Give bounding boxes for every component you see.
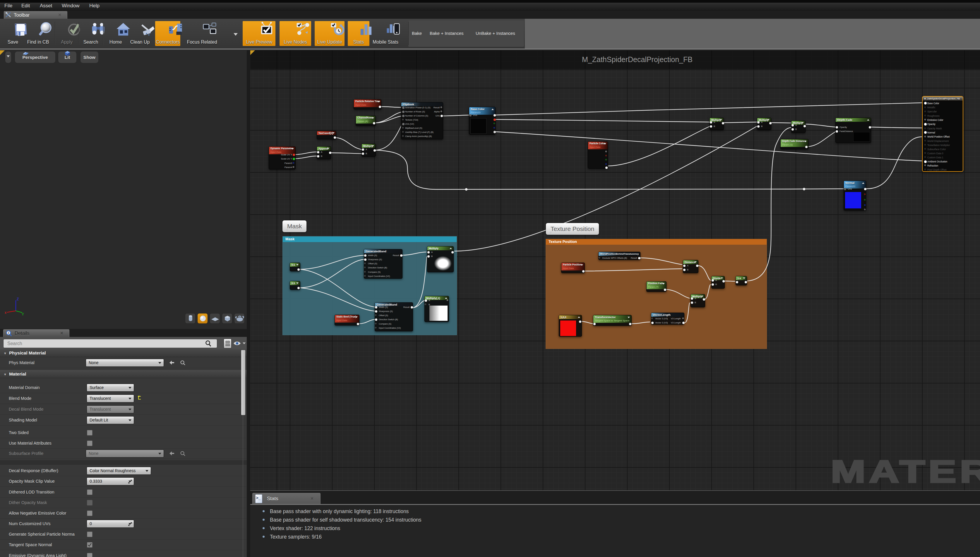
svg-text:Y: Y (22, 312, 24, 316)
svg-text:Z: Z (17, 297, 19, 301)
svg-text:x: x (5, 311, 7, 314)
